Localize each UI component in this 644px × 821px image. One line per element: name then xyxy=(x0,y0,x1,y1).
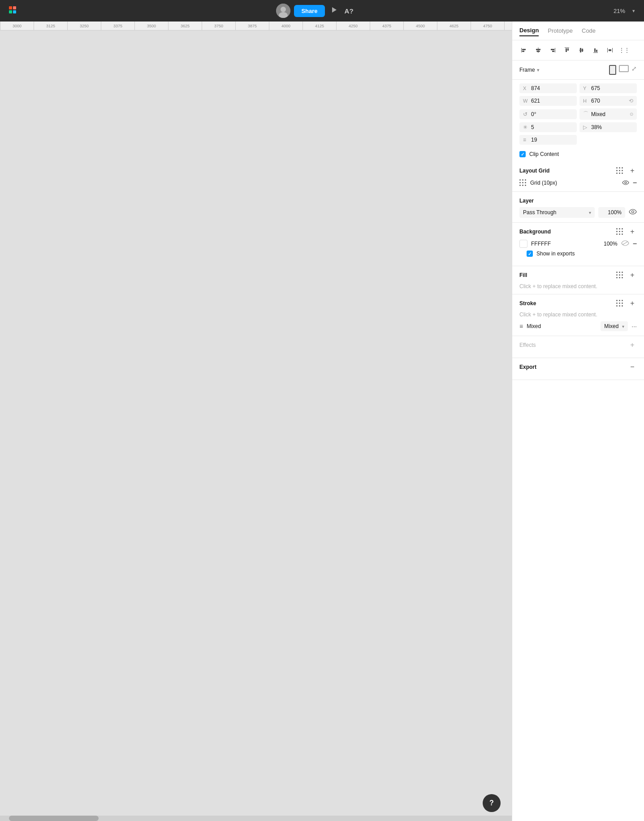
export-remove-button[interactable]: − xyxy=(628,363,637,372)
canvas-content[interactable] xyxy=(0,30,512,821)
portrait-frame-icon[interactable] xyxy=(609,65,616,75)
distribute-h-button[interactable] xyxy=(604,44,616,56)
corner-value[interactable]: Mixed xyxy=(591,111,628,117)
frame-label[interactable]: Frame ▾ xyxy=(519,67,540,73)
menu-icon[interactable] xyxy=(7,4,18,17)
ruler-mark: 4875 xyxy=(504,22,512,30)
share-button[interactable]: Share xyxy=(294,5,324,17)
svg-rect-26 xyxy=(607,48,608,52)
y-input[interactable]: Y 675 xyxy=(579,83,637,93)
align-center-v-button[interactable] xyxy=(575,44,588,56)
effects-title: Effects xyxy=(519,342,536,348)
rotation-icon: ↺ xyxy=(523,111,529,117)
corner-input[interactable]: ⌒ Mixed ⊙ xyxy=(579,108,637,120)
scrollbar-thumb[interactable] xyxy=(9,816,99,821)
clip-content-checkbox[interactable] xyxy=(519,151,526,157)
ruler-mark: 4625 xyxy=(437,22,471,30)
background-section: Background + FFFFFF 100% xyxy=(512,223,644,266)
layers-input[interactable]: ✳ 5 xyxy=(519,122,577,132)
stroke-more-button[interactable]: ··· xyxy=(631,323,637,330)
blend-mode-selector[interactable]: Pass Through ▾ xyxy=(519,207,595,218)
effects-add-button[interactable]: + xyxy=(628,341,637,350)
grid-item-label[interactable]: Grid (10px) xyxy=(530,180,618,186)
stroke-type-selector[interactable]: Mixed ▾ xyxy=(601,321,628,331)
opacity-prop: ▷ 38% xyxy=(579,122,637,132)
layer-opacity-input[interactable]: 100% xyxy=(598,207,625,218)
fill-dots-button[interactable] xyxy=(615,271,624,280)
stroke-value[interactable]: Mixed xyxy=(527,323,597,329)
grid-spacing-input[interactable]: ≡ 19 xyxy=(519,135,577,145)
landscape-frame-icon[interactable] xyxy=(619,65,629,72)
layout-grid-actions: + xyxy=(615,166,637,175)
background-color-hex[interactable]: FFFFFF xyxy=(531,241,596,247)
rotation-value[interactable]: 0° xyxy=(531,111,573,117)
opacity-input[interactable]: ▷ 38% xyxy=(579,122,637,132)
resize-icon[interactable]: ⤢ xyxy=(631,65,637,75)
layout-grid-add-button[interactable]: + xyxy=(628,166,637,175)
svg-marker-7 xyxy=(332,7,337,13)
w-value[interactable]: 621 xyxy=(531,98,573,104)
stroke-add-button[interactable]: + xyxy=(628,299,637,308)
layer-visibility-toggle[interactable] xyxy=(629,209,637,216)
x-value[interactable]: 874 xyxy=(531,85,573,91)
align-bottom-button[interactable] xyxy=(589,44,602,56)
background-dots-button[interactable] xyxy=(615,227,624,236)
y-value[interactable]: 675 xyxy=(591,85,633,91)
w-input[interactable]: W 621 xyxy=(519,96,577,106)
avatar[interactable] xyxy=(276,4,290,18)
x-prop: X 874 xyxy=(519,83,577,93)
topbar-center: Share A? xyxy=(276,4,355,18)
grid-spacing-prop: ≡ 19 xyxy=(519,135,577,145)
background-color-swatch[interactable] xyxy=(519,240,527,248)
h-value[interactable]: 670 xyxy=(591,98,625,104)
opacity-value[interactable]: 38% xyxy=(591,124,633,130)
fill-add-button[interactable]: + xyxy=(628,271,637,280)
background-add-button[interactable]: + xyxy=(628,227,637,236)
background-visibility-icon[interactable] xyxy=(621,240,629,247)
frame-icons: ⤢ xyxy=(609,65,637,75)
background-opacity[interactable]: 100% xyxy=(600,241,618,247)
grid-visibility-toggle[interactable] xyxy=(622,180,629,186)
svg-rect-2 xyxy=(9,10,12,13)
layout-grid-dots-button[interactable] xyxy=(615,166,624,175)
tab-prototype[interactable]: Prototype xyxy=(548,27,573,36)
grid-remove-button[interactable]: − xyxy=(633,179,637,187)
help-button[interactable]: ? xyxy=(483,794,501,812)
svg-rect-0 xyxy=(9,6,12,9)
background-remove-button[interactable]: − xyxy=(633,240,637,248)
layer-section: Layer Pass Through ▾ 100% xyxy=(512,192,644,223)
play-icon[interactable] xyxy=(328,4,339,17)
bottom-scrollbar[interactable] xyxy=(0,816,512,821)
tab-code[interactable]: Code xyxy=(582,27,596,36)
rotation-input[interactable]: ↺ 0° xyxy=(519,109,577,119)
align-right-button[interactable] xyxy=(546,44,559,56)
zoom-label[interactable]: 21% xyxy=(614,8,625,14)
h-input[interactable]: H 670 ⟲ xyxy=(579,96,637,106)
svg-rect-8 xyxy=(521,48,522,52)
svg-rect-22 xyxy=(582,49,583,52)
align-center-h-button[interactable] xyxy=(532,44,545,56)
corner-expand-icon[interactable]: ⊙ xyxy=(630,112,633,117)
show-in-exports-checkbox[interactable] xyxy=(527,251,533,257)
layers-value[interactable]: 5 xyxy=(531,124,573,130)
stroke-section: Stroke + Click + to replace mixed conten… xyxy=(512,294,644,336)
layout-grid-header: Layout Grid + xyxy=(519,166,637,175)
text-style-icon[interactable]: A? xyxy=(343,5,355,17)
position-size-grid: X 874 Y 675 W 621 H 670 xyxy=(512,80,644,148)
ruler-mark: 3125 xyxy=(34,22,67,30)
ruler-mark: 3375 xyxy=(101,22,134,30)
canvas-area[interactable]: 3000312532503375350036253750387540004125… xyxy=(0,22,512,821)
constrain-proportions-icon[interactable]: ⟲ xyxy=(629,98,633,104)
grid-spacing-icon: ≡ xyxy=(523,137,529,143)
align-left-button[interactable] xyxy=(518,44,530,56)
ruler-marks: 3000312532503375350036253750387540004125… xyxy=(0,22,512,30)
show-in-exports-label: Show in exports xyxy=(536,251,575,257)
align-top-button[interactable] xyxy=(561,44,573,56)
x-input[interactable]: X 874 xyxy=(519,83,577,93)
grid-spacing-value[interactable]: 19 xyxy=(531,137,573,143)
more-align-button[interactable]: ⋮⋮ xyxy=(618,44,631,56)
tab-design[interactable]: Design xyxy=(519,27,539,36)
zoom-chevron-icon[interactable]: ▾ xyxy=(631,6,637,16)
background-title: Background xyxy=(519,229,551,235)
stroke-dots-button[interactable] xyxy=(615,299,624,308)
